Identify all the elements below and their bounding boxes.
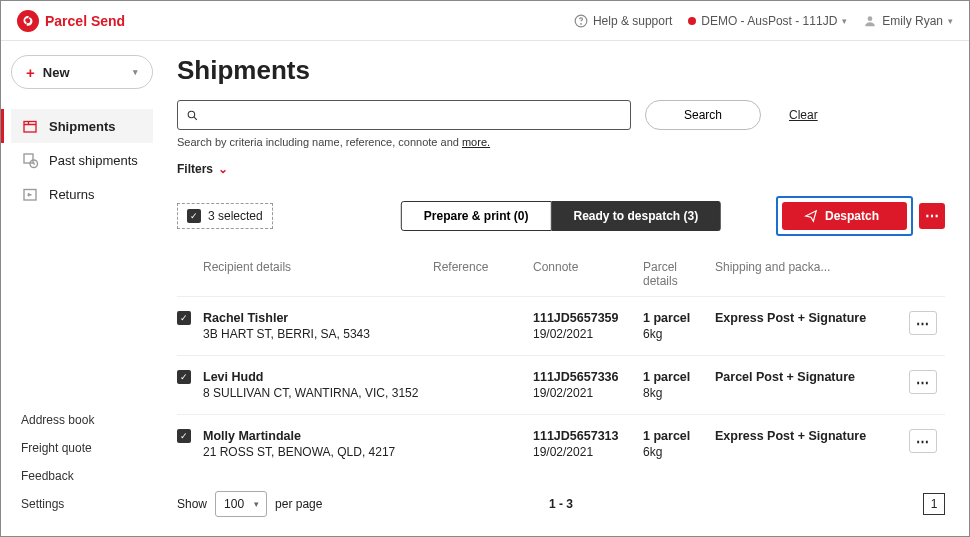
shipping-service: Parcel Post + Signature — [715, 370, 909, 384]
table-footer: Show 100 per page 1 - 3 1 — [177, 491, 945, 517]
recipient-address: 21 ROSS ST, BENOWA, QLD, 4217 — [203, 445, 395, 459]
svg-point-7 — [188, 111, 195, 118]
box-icon — [21, 117, 39, 135]
col-reference: Reference — [433, 260, 533, 288]
search-icon — [186, 109, 199, 122]
recipient-name: Molly Martindale — [203, 429, 433, 443]
row-checkbox[interactable]: ✓ — [177, 311, 191, 325]
row-actions-button[interactable]: ⋯ — [909, 311, 937, 335]
recipient-name: Rachel Tishler — [203, 311, 433, 325]
sidebar: + New ▾ Shipments Past shipments Returns — [1, 41, 163, 536]
footer-settings[interactable]: Settings — [17, 490, 147, 518]
status-dot-icon — [688, 17, 696, 25]
parcel-weight: 6kg — [643, 327, 662, 341]
table-header: Recipient details Reference Connote Parc… — [177, 260, 945, 296]
parcel-weight: 8kg — [643, 386, 662, 400]
send-icon — [804, 209, 818, 223]
search-hint: Search by criteria including name, refer… — [177, 136, 945, 148]
row-checkbox[interactable]: ✓ — [177, 429, 191, 443]
footer-address-book[interactable]: Address book — [17, 406, 147, 434]
chevron-down-icon: ▾ — [133, 67, 138, 77]
help-icon — [574, 14, 588, 28]
filters-toggle[interactable]: Filters ⌄ — [177, 162, 945, 176]
svg-point-1 — [581, 23, 582, 24]
tab-ready-despatch[interactable]: Ready to despatch (3) — [552, 201, 722, 231]
return-box-icon — [21, 185, 39, 203]
parcel-weight: 6kg — [643, 445, 662, 459]
user-menu[interactable]: Emily Ryan ▾ — [863, 14, 953, 28]
svg-rect-4 — [24, 154, 33, 163]
checkbox-checked-icon[interactable]: ✓ — [187, 209, 201, 223]
chevron-down-icon: ▾ — [842, 16, 847, 26]
footer-feedback[interactable]: Feedback — [17, 462, 147, 490]
per-page-select[interactable]: 100 — [215, 491, 267, 517]
current-page[interactable]: 1 — [923, 493, 945, 515]
auspost-logo-icon — [17, 10, 39, 32]
shipping-service: Express Post + Signature — [715, 429, 909, 443]
connote-number: 111JD5657313 — [533, 429, 643, 443]
page-title: Shipments — [177, 55, 945, 86]
status-tabs: Prepare & print (0) Ready to despatch (3… — [401, 201, 721, 231]
nav-past-shipments[interactable]: Past shipments — [11, 143, 153, 177]
parcel-count: 1 parcel — [643, 370, 715, 384]
despatch-action-group: Despatch — [776, 196, 913, 236]
chevron-down-icon: ⌄ — [218, 162, 228, 176]
search-more-link[interactable]: more. — [462, 136, 490, 148]
table-row: ✓Rachel Tishler3B HART ST, BERRI, SA, 53… — [177, 296, 945, 355]
connote-number: 111JD5657336 — [533, 370, 643, 384]
tab-prepare-print[interactable]: Prepare & print (0) — [401, 201, 552, 231]
brand-logo: Parcel Send — [17, 10, 125, 32]
history-box-icon — [21, 151, 39, 169]
row-actions-button[interactable]: ⋯ — [909, 370, 937, 394]
chevron-down-icon: ▾ — [948, 16, 953, 26]
recipient-address: 3B HART ST, BERRI, SA, 5343 — [203, 327, 370, 341]
despatch-button[interactable]: Despatch — [782, 202, 907, 230]
account-switcher[interactable]: DEMO - AusPost - 111JD ▾ — [688, 14, 847, 28]
topbar: Parcel Send Help & support DEMO - AusPos… — [1, 1, 969, 41]
connote-number: 111JD5657359 — [533, 311, 643, 325]
connote-date: 19/02/2021 — [533, 386, 593, 400]
search-input[interactable] — [177, 100, 631, 130]
parcel-count: 1 parcel — [643, 311, 715, 325]
shipping-service: Express Post + Signature — [715, 311, 909, 325]
col-parcel: Parcel details — [643, 260, 715, 288]
nav-shipments[interactable]: Shipments — [11, 109, 153, 143]
parcel-count: 1 parcel — [643, 429, 715, 443]
footer-freight-quote[interactable]: Freight quote — [17, 434, 147, 462]
col-recipient: Recipient details — [203, 260, 433, 288]
recipient-address: 8 SULLIVAN CT, WANTIRNA, VIC, 3152 — [203, 386, 418, 400]
recipient-name: Levi Hudd — [203, 370, 433, 384]
table-row: ✓Molly Martindale21 ROSS ST, BENOWA, QLD… — [177, 414, 945, 473]
connote-date: 19/02/2021 — [533, 327, 593, 341]
user-icon — [863, 14, 877, 28]
col-shipping: Shipping and packa... — [715, 260, 909, 288]
help-link[interactable]: Help & support — [574, 14, 672, 28]
svg-point-2 — [868, 16, 873, 21]
row-actions-button[interactable]: ⋯ — [909, 429, 937, 453]
search-button[interactable]: Search — [645, 100, 761, 130]
clear-link[interactable]: Clear — [789, 108, 818, 122]
table-row: ✓Levi Hudd8 SULLIVAN CT, WANTIRNA, VIC, … — [177, 355, 945, 414]
nav-returns[interactable]: Returns — [11, 177, 153, 211]
brand-name: Parcel Send — [45, 13, 125, 29]
col-connote: Connote — [533, 260, 643, 288]
more-actions-button[interactable]: ⋯ — [919, 203, 945, 229]
selection-indicator[interactable]: ✓ 3 selected — [177, 203, 273, 229]
connote-date: 19/02/2021 — [533, 445, 593, 459]
new-button[interactable]: + New ▾ — [11, 55, 153, 89]
svg-rect-3 — [24, 122, 36, 133]
result-range: 1 - 3 — [549, 497, 573, 511]
row-checkbox[interactable]: ✓ — [177, 370, 191, 384]
main-content: Shipments Search Clear Search by criteri… — [163, 41, 969, 536]
plus-icon: + — [26, 64, 35, 81]
